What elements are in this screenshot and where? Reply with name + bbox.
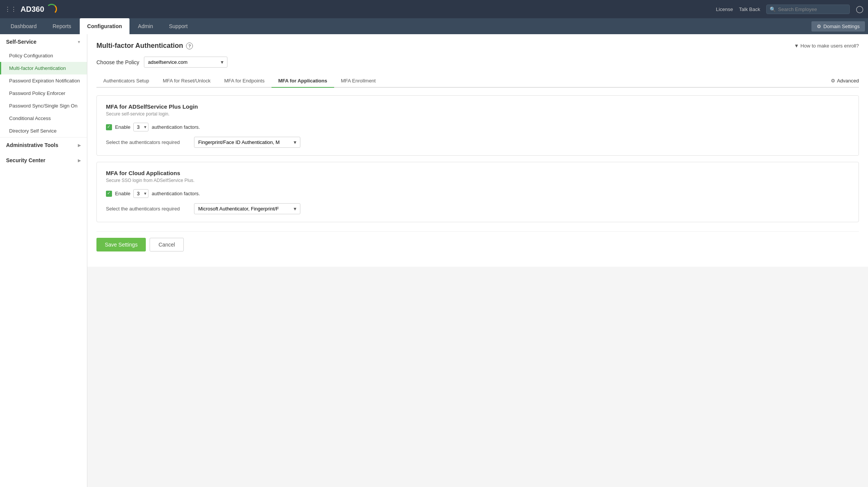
mfa-login-authenticators-label: Select the authenticators required — [106, 139, 189, 145]
help-icon[interactable]: ? — [186, 43, 193, 49]
mfa-cloud-enable-row: Enable 3 ▼ authentication factors. — [106, 189, 849, 198]
mfa-login-count-select[interactable]: 3 — [133, 123, 148, 131]
mfa-cloud-authenticators-label: Select the authenticators required — [106, 206, 189, 212]
topbar-left: ⋮⋮ AD360 — [5, 4, 57, 14]
mfa-login-enable-row: Enable 3 ▼ authentication factors. — [106, 123, 849, 131]
how-to-link[interactable]: ▼ How to make users enroll? — [794, 43, 859, 49]
save-button[interactable]: Save Settings — [96, 238, 146, 251]
security-center-label: Security Center — [6, 157, 45, 163]
subtab-mfa-endpoints[interactable]: MFA for Endpoints — [217, 74, 271, 88]
search-icon: 🔍 — [770, 6, 776, 12]
domain-settings-label: Domain Settings — [824, 24, 860, 29]
nav-tabs: Dashboard Reports Configuration Admin Su… — [0, 18, 868, 34]
sidebar-section-admin-tools[interactable]: Administrative Tools ▶ — [0, 138, 87, 153]
sidebar-item-mfa[interactable]: Multi-factor Authentication — [0, 62, 87, 74]
mfa-cloud-title: MFA for Cloud Applications — [106, 170, 849, 176]
chevron-down-icon: ▼ — [77, 40, 81, 44]
logo-arc-icon — [46, 4, 57, 14]
mfa-login-count-wrapper: 3 ▼ — [133, 123, 148, 131]
tab-dashboard[interactable]: Dashboard — [3, 18, 44, 34]
mfa-cloud-authenticators-row: Select the authenticators required Micro… — [106, 203, 849, 214]
mfa-cloud-auth-select[interactable]: Microsoft Authenticator, Fingerprint/F — [194, 203, 300, 214]
sidebar-item-password-expiration[interactable]: Password Expiration Notification — [0, 74, 87, 87]
topbar: ⋮⋮ AD360 License Talk Back 🔍 ◯ — [0, 0, 868, 18]
sidebar-section-security-center[interactable]: Security Center ▶ — [0, 153, 87, 168]
page-title-group: Multi-factor Authentication ? — [96, 42, 193, 50]
mfa-login-auth-select-wrapper: Fingerprint/Face ID Authentication, M ▼ — [194, 137, 300, 148]
content-area: Multi-factor Authentication ? ▼ How to m… — [87, 34, 868, 487]
tab-reports[interactable]: Reports — [45, 18, 79, 34]
sidebar-item-password-sync[interactable]: Password Sync/Single Sign On — [0, 100, 87, 112]
arrow-right-icon: ▼ — [794, 43, 799, 49]
page-header: Multi-factor Authentication ? ▼ How to m… — [96, 42, 859, 50]
logo: AD360 — [21, 4, 57, 14]
search-box: 🔍 — [766, 5, 850, 14]
policy-select[interactable]: adselfservice.com — [144, 57, 227, 68]
sections-wrapper: MFA for ADSelfService Plus Login Secure … — [96, 88, 859, 259]
sidebar-item-policy-configuration[interactable]: Policy Configuration — [0, 49, 87, 62]
sidebar: Self-Service ▼ Policy Configuration Mult… — [0, 34, 87, 487]
sidebar-section-self-service[interactable]: Self-Service ▼ — [0, 34, 87, 49]
subtab-right: ⚙ Advanced — [831, 74, 859, 87]
how-to-text: How to make users enroll? — [800, 43, 859, 49]
policy-label: Choose the Policy — [96, 59, 139, 65]
main-layout: Self-Service ▼ Policy Configuration Mult… — [0, 34, 868, 487]
domain-settings-button[interactable]: ⚙ Domain Settings — [811, 21, 865, 32]
mfa-cloud-enable-label: Enable — [115, 191, 130, 196]
mfa-cloud-section: MFA for Cloud Applications Secure SSO lo… — [96, 162, 859, 222]
chevron-right-icon: ▶ — [78, 143, 81, 147]
tab-configuration[interactable]: Configuration — [80, 18, 130, 34]
sidebar-section-label: Self-Service — [6, 39, 36, 45]
admin-tools-label: Administrative Tools — [6, 142, 58, 148]
mfa-login-authenticators-row: Select the authenticators required Finge… — [106, 137, 849, 148]
gear-icon-advanced: ⚙ — [831, 78, 835, 84]
subtab-advanced[interactable]: ⚙ Advanced — [831, 78, 859, 84]
chevron-right-icon-2: ▶ — [78, 158, 81, 163]
subtab-authenticators-setup[interactable]: Authenticators Setup — [96, 74, 156, 88]
mfa-login-subtitle: Secure self-service portal login. — [106, 111, 849, 117]
gear-icon: ⚙ — [817, 24, 821, 29]
nav-right: ⚙ Domain Settings — [811, 21, 865, 32]
mfa-login-auth-select[interactable]: Fingerprint/Face ID Authentication, M — [194, 137, 300, 148]
advanced-label: Advanced — [837, 78, 859, 84]
mfa-cloud-count-select[interactable]: 3 — [133, 189, 148, 198]
policy-row: Choose the Policy adselfservice.com ▼ — [96, 57, 859, 68]
page-title: Multi-factor Authentication — [96, 42, 183, 50]
cancel-button[interactable]: Cancel — [150, 238, 184, 251]
mfa-login-enable-label: Enable — [115, 124, 130, 130]
policy-select-wrapper: adselfservice.com ▼ — [144, 57, 227, 68]
user-avatar-icon[interactable]: ◯ — [856, 5, 863, 13]
license-link[interactable]: License — [716, 6, 733, 12]
sidebar-item-directory-self-service[interactable]: Directory Self Service — [0, 125, 87, 137]
subtab-mfa-applications[interactable]: MFA for Applications — [271, 74, 334, 88]
action-row: Save Settings Cancel — [96, 231, 859, 251]
mfa-login-auth-text: authentication factors. — [152, 124, 200, 130]
subtab-mfa-enrollment[interactable]: MFA Enrollment — [334, 74, 383, 88]
tab-admin[interactable]: Admin — [130, 18, 161, 34]
mfa-cloud-auth-select-wrapper: Microsoft Authenticator, Fingerprint/F ▼ — [194, 203, 300, 214]
mfa-login-enable-checkbox[interactable] — [106, 124, 112, 130]
sidebar-item-conditional-access[interactable]: Conditional Access — [0, 112, 87, 125]
search-input[interactable] — [778, 6, 846, 12]
mfa-cloud-count-wrapper: 3 ▼ — [133, 189, 148, 198]
subtabs: Authenticators Setup MFA for Reset/Unloc… — [96, 74, 859, 88]
sidebar-item-password-policy[interactable]: Password Policy Enforcer — [0, 87, 87, 100]
mfa-cloud-enable-checkbox[interactable] — [106, 191, 112, 197]
mfa-login-section: MFA for ADSelfService Plus Login Secure … — [96, 95, 859, 156]
logo-text: AD360 — [21, 5, 44, 14]
mfa-cloud-subtitle: Secure SSO login from ADSeIfService Plus… — [106, 178, 849, 183]
grid-icon[interactable]: ⋮⋮ — [5, 6, 17, 13]
talkback-link[interactable]: Talk Back — [739, 6, 760, 12]
subtab-mfa-reset-unlock[interactable]: MFA for Reset/Unlock — [156, 74, 218, 88]
mfa-cloud-auth-text: authentication factors. — [152, 191, 200, 196]
mfa-login-title: MFA for ADSelfService Plus Login — [106, 103, 849, 110]
content-panel: Multi-factor Authentication ? ▼ How to m… — [87, 34, 868, 267]
tab-support[interactable]: Support — [161, 18, 195, 34]
topbar-right: License Talk Back 🔍 ◯ — [716, 5, 863, 14]
